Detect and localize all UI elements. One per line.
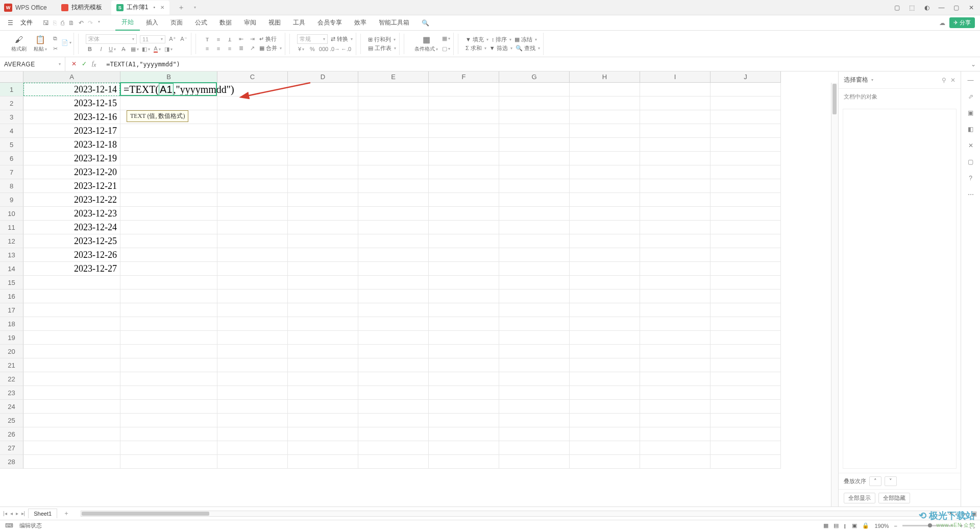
cell[interactable] — [429, 138, 499, 152]
cell[interactable] — [640, 317, 710, 331]
redo-icon[interactable]: ↷ — [88, 19, 93, 27]
cell[interactable] — [120, 234, 217, 248]
row-header[interactable]: 20 — [0, 345, 23, 358]
cell[interactable] — [288, 386, 358, 400]
comma-icon[interactable]: 000 — [320, 45, 328, 53]
cell[interactable] — [120, 289, 217, 303]
cell[interactable] — [710, 372, 781, 386]
cell[interactable] — [217, 386, 288, 400]
cell[interactable] — [288, 427, 358, 441]
cell[interactable] — [288, 110, 358, 124]
font-size-select[interactable]: 11▾ — [140, 35, 165, 43]
select-tool-icon[interactable]: ⬀ — [968, 93, 973, 100]
merge-button[interactable]: ▦合并▾ — [259, 44, 282, 52]
cell[interactable]: 2023-12-22 — [23, 193, 120, 207]
cell[interactable] — [499, 110, 570, 124]
cell[interactable] — [358, 124, 429, 138]
cell[interactable] — [429, 262, 499, 276]
cell[interactable] — [710, 110, 781, 124]
menu-tools[interactable]: 工具 — [287, 15, 311, 31]
row-header[interactable]: 9 — [0, 193, 23, 207]
cell[interactable] — [640, 221, 710, 234]
sheet-tab[interactable]: Sheet1 — [28, 509, 57, 518]
column-header[interactable]: C — [217, 71, 288, 83]
cell[interactable] — [120, 345, 217, 358]
review-icon[interactable]: ▢ — [968, 158, 973, 165]
cell[interactable] — [640, 372, 710, 386]
cell[interactable] — [358, 193, 429, 207]
cell[interactable] — [120, 96, 217, 110]
help-icon[interactable]: ? — [969, 175, 972, 182]
cell[interactable] — [710, 400, 781, 414]
cell[interactable] — [710, 179, 781, 193]
cell[interactable]: 2023-12-24 — [23, 221, 120, 234]
cell[interactable] — [499, 317, 570, 331]
row-header[interactable]: 4 — [0, 124, 23, 138]
cell[interactable] — [640, 455, 710, 469]
cell[interactable] — [499, 427, 570, 441]
cell[interactable] — [499, 455, 570, 469]
cell[interactable] — [120, 152, 217, 165]
column-header[interactable]: J — [710, 71, 781, 83]
grid-view-icon[interactable]: ▣ — [852, 522, 857, 529]
cell[interactable] — [120, 193, 217, 207]
cell[interactable] — [288, 124, 358, 138]
cell[interactable] — [499, 124, 570, 138]
format-brush-button[interactable]: 🖌格式刷 — [8, 35, 30, 53]
cell[interactable] — [217, 110, 288, 124]
cell[interactable] — [570, 165, 640, 179]
undo-icon[interactable]: ↶ — [79, 19, 84, 27]
cell[interactable] — [429, 414, 499, 427]
cell[interactable] — [120, 455, 217, 469]
cell[interactable]: 2023-12-14 — [23, 83, 120, 96]
highlight-icon[interactable]: ◨▾ — [164, 45, 173, 53]
dec-inc-icon[interactable]: .0→ — [331, 45, 339, 53]
cell[interactable] — [710, 96, 781, 110]
cell[interactable] — [358, 221, 429, 234]
cell[interactable] — [429, 234, 499, 248]
cell[interactable] — [429, 303, 499, 317]
menu-smart[interactable]: 智能工具箱 — [373, 15, 415, 31]
more-icon[interactable]: ⋯ — [968, 191, 974, 198]
cell[interactable] — [358, 372, 429, 386]
cell[interactable] — [640, 234, 710, 248]
cell[interactable] — [288, 358, 358, 372]
convert-button[interactable]: ⇄转换▾ — [331, 35, 353, 43]
minimize-icon[interactable]: — — [938, 4, 945, 11]
cell[interactable] — [429, 152, 499, 165]
close-panel-icon[interactable]: ✕ — [950, 77, 955, 84]
cell[interactable] — [429, 124, 499, 138]
cell[interactable] — [640, 138, 710, 152]
horizontal-scrollbar[interactable] — [81, 511, 940, 517]
cell[interactable] — [499, 96, 570, 110]
collapse-icon[interactable]: — — [968, 77, 974, 84]
cell[interactable] — [640, 414, 710, 427]
avatar-icon[interactable]: ◐ — [923, 4, 930, 11]
row-header[interactable]: 19 — [0, 331, 23, 345]
cell[interactable] — [288, 303, 358, 317]
cell[interactable] — [217, 331, 288, 345]
cell[interactable] — [499, 138, 570, 152]
accept-icon[interactable]: ✓ — [82, 60, 87, 67]
column-header[interactable]: F — [429, 71, 499, 83]
cell[interactable] — [429, 221, 499, 234]
export-icon[interactable]: ⎘ — [53, 19, 57, 27]
cell[interactable] — [358, 303, 429, 317]
cell[interactable] — [570, 317, 640, 331]
keyboard-icon[interactable]: ⌨ — [5, 522, 13, 529]
cell[interactable]: 2023-12-26 — [23, 248, 120, 262]
row-header[interactable]: 13 — [0, 248, 23, 262]
vertical-scrollbar[interactable] — [831, 83, 838, 506]
cell[interactable] — [640, 96, 710, 110]
cell[interactable] — [570, 234, 640, 248]
cell[interactable] — [499, 386, 570, 400]
cell[interactable] — [640, 345, 710, 358]
cell[interactable] — [499, 358, 570, 372]
row-header[interactable]: 2 — [0, 96, 23, 110]
new-tab-button[interactable]: ＋ — [173, 3, 190, 12]
cell[interactable] — [217, 358, 288, 372]
cell[interactable] — [358, 165, 429, 179]
show-all-button[interactable]: 全部显示 — [844, 493, 875, 503]
cell[interactable] — [288, 193, 358, 207]
cell[interactable]: 2023-12-15 — [23, 96, 120, 110]
